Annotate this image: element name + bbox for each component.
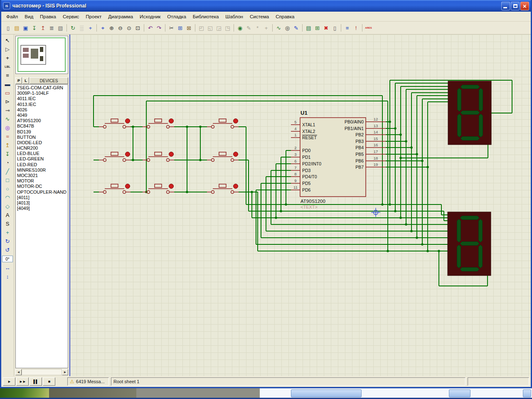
toolbar-redraw-button[interactable]: ↻ (69, 24, 77, 32)
tool-terminals-mode[interactable]: ⊳ (2, 97, 12, 106)
device-item-12[interactable]: LED-BLUE (16, 151, 68, 156)
device-item-13[interactable]: LED-GREEN (16, 156, 68, 162)
keypad-button-1[interactable] (143, 119, 174, 128)
toolbar-wire-autorouter-button[interactable]: ∿ (274, 24, 283, 32)
device-item-18[interactable]: MOTOR-DC (16, 184, 68, 189)
toolbar-remove-sheet-button[interactable]: ✖ (322, 24, 330, 32)
mcu-u1[interactable]: U1AT90S1200<TEXT>5XTAL14XTAL21RESET2PD03… (291, 110, 386, 209)
library-button[interactable]: L (22, 77, 29, 84)
scroll-right-icon[interactable]: ► (62, 369, 68, 375)
tool-2d-text-mode[interactable]: A (2, 211, 12, 219)
toolbar-zoom-area-button[interactable]: ⊡ (133, 24, 142, 32)
tool-2d-circle-mode[interactable]: ○ (2, 185, 12, 193)
toolbar-zoom-all-button[interactable]: ⊙ (125, 24, 133, 32)
tool-rotate-anticlockwise[interactable]: ↺ (2, 246, 12, 254)
tool-subcircuit-mode[interactable]: ▭ (2, 89, 12, 97)
message-box[interactable]: ⚠6419 Messa... (67, 377, 109, 386)
device-item-22[interactable]: [4049] (16, 206, 68, 211)
toolbar-new-design-button[interactable]: ▯ (4, 24, 12, 32)
scroll-track[interactable] (22, 369, 62, 375)
toolbar-save-design-button[interactable]: ▣ (21, 24, 30, 32)
close-button[interactable]: × (520, 2, 529, 10)
menu-item-1[interactable]: Вид (21, 13, 37, 20)
device-item-11[interactable]: HCNR200 (16, 145, 68, 151)
keypad-button-4[interactable] (143, 152, 174, 162)
toolbar-design-explorer-button[interactable]: ▤ (304, 24, 313, 32)
tool-voltage-probe-mode[interactable]: ↥ (2, 141, 12, 150)
sim-stop-button[interactable]: ■ (43, 377, 55, 386)
tool-device-pins-mode[interactable]: ⊸ (2, 106, 12, 115)
toolbar-undo-button[interactable]: ↶ (146, 24, 155, 32)
keypad-button-8[interactable] (207, 184, 239, 194)
tool-generator-mode[interactable]: ≈ (2, 132, 12, 141)
rotation-angle-field[interactable]: 0° (2, 256, 13, 262)
menu-item-5[interactable]: Диаграмма (105, 13, 136, 20)
device-item-0[interactable]: 7SEG-COM-CAT-GRN (16, 85, 68, 91)
minimize-button[interactable] (501, 2, 510, 10)
menu-item-7[interactable]: Отладка (164, 13, 189, 20)
menu-item-4[interactable]: Проект (82, 13, 105, 20)
menu-item-0[interactable]: Файл (3, 13, 21, 20)
tool-markers-mode[interactable]: + (2, 228, 12, 237)
device-item-7[interactable]: BC847B (16, 123, 68, 129)
overview-thumbnail[interactable] (15, 36, 68, 74)
seven-seg-display-1[interactable] (448, 212, 491, 276)
toolbar-mark-output-area-button[interactable]: ▧ (56, 24, 65, 32)
device-item-20[interactable]: [4011] (16, 195, 68, 200)
toolbar-paste-button[interactable]: ⊠ (185, 24, 193, 32)
device-item-21[interactable]: [4013] (16, 200, 68, 206)
toolbar-redo-button[interactable]: ↷ (155, 24, 163, 32)
menu-item-9[interactable]: Шаблон (222, 13, 246, 20)
tool-selection-mode[interactable]: ↖ (2, 36, 12, 45)
tool-buses-mode[interactable]: ▬ (2, 80, 12, 89)
scroll-left-icon[interactable]: ◄ (15, 369, 22, 375)
toolbar-zoom-in-button[interactable]: ⊕ (107, 24, 116, 32)
device-item-2[interactable]: 4011.IEC (16, 96, 68, 101)
device-item-3[interactable]: 4013.IEC (16, 102, 68, 107)
toolbar-center-at-cursor-button[interactable]: ⌖ (99, 24, 107, 32)
keypad-button-0[interactable] (99, 119, 131, 128)
keypad-button-3[interactable] (99, 152, 131, 162)
keypad-button-6[interactable] (99, 184, 131, 194)
toolbar-open-design-button[interactable]: ▤ (12, 24, 21, 32)
pick-button[interactable]: P (15, 77, 22, 84)
tool-wire-label-mode[interactable]: LBL (2, 62, 12, 71)
tool-mirror-horizontal[interactable]: ↔ (2, 264, 12, 272)
keypad-button-5[interactable] (207, 152, 239, 162)
scrollbar-thumb[interactable] (291, 389, 362, 397)
sim-step-button[interactable]: ►► (16, 377, 29, 386)
schematic-canvas[interactable]: U1AT90S1200<TEXT>5XTAL14XTAL21RESET2PD03… (69, 34, 531, 376)
toolbar-toggle-grid-button[interactable]: ░ (77, 24, 86, 32)
toolbar-search-and-tag-button[interactable]: ◎ (283, 24, 292, 32)
tool-graph-mode[interactable]: ∿ (2, 115, 12, 123)
sim-pause-button[interactable]: ▌▌ (30, 377, 42, 386)
seven-seg-display-0[interactable] (448, 81, 491, 145)
tool-junction-dot-mode[interactable]: + (2, 54, 12, 62)
toolbar-import-section-button[interactable]: ↧ (30, 24, 39, 32)
tool-virtual-instruments-mode[interactable]: ◔ (2, 158, 12, 167)
tool-mirror-vertical[interactable]: ↕ (2, 272, 12, 281)
device-item-15[interactable]: MINRES100R (16, 167, 68, 173)
tool-2d-line-mode[interactable]: ╱ (2, 167, 12, 176)
menu-item-11[interactable]: Справка (272, 13, 298, 20)
device-item-8[interactable]: BD139 (16, 129, 68, 135)
toolbar-netlist-to-ares-button[interactable]: ARES (364, 24, 373, 32)
toolbar-bill-of-materials-button[interactable]: ≡ (343, 24, 352, 32)
toolbar-copy-button[interactable]: ⊞ (176, 24, 185, 32)
tool-2d-arc-mode[interactable]: ◠ (2, 193, 12, 202)
device-item-14[interactable]: LED-RED (16, 162, 68, 167)
toolbar-goto-sheet-button[interactable]: ▯ (330, 24, 339, 32)
menu-item-8[interactable]: Библиотека (190, 13, 222, 20)
device-item-4[interactable]: 4026 (16, 107, 68, 113)
device-item-5[interactable]: 4049 (16, 113, 68, 118)
device-item-16[interactable]: MOC3021 (16, 173, 68, 178)
toolbar-pick-parts-button[interactable]: ◉ (236, 24, 244, 32)
keypad-button-2[interactable] (207, 119, 239, 128)
menu-item-10[interactable]: Система (246, 13, 272, 20)
device-item-17[interactable]: MOTOR (16, 178, 68, 184)
menu-item-3[interactable]: Сервис (59, 13, 82, 20)
toolbar-property-assignment-button[interactable]: ✎ (292, 24, 300, 32)
maximize-button[interactable] (511, 2, 520, 10)
toolbar-zoom-out-button[interactable]: ⊖ (116, 24, 125, 32)
device-item-9[interactable]: BUTTON (16, 135, 68, 140)
